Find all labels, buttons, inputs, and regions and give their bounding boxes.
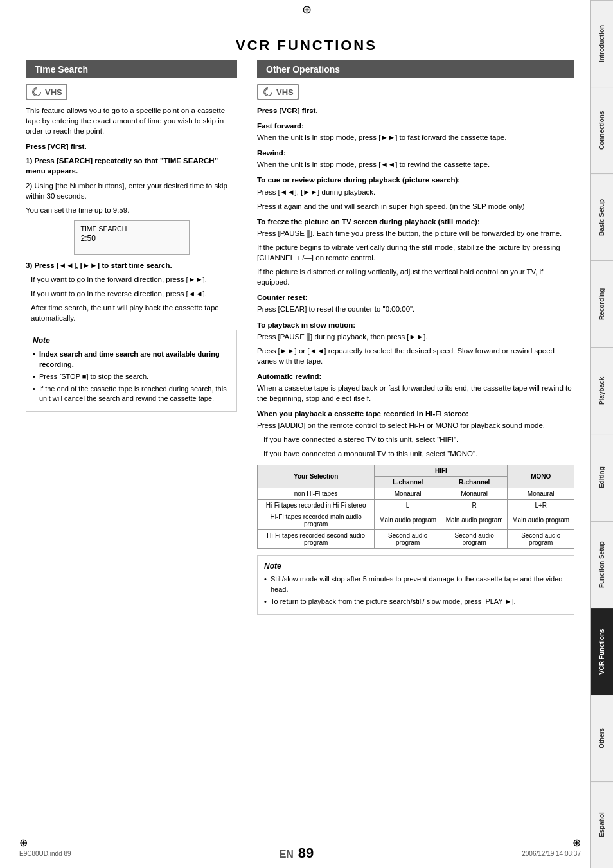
vhs-swirl-icon-right — [262, 86, 274, 98]
counter-text: Press [CLEAR] to reset the counter to "0… — [257, 304, 574, 314]
sidebar-others: Others — [591, 695, 613, 781]
rewind-heading: Rewind: — [257, 148, 574, 158]
sidebar-editing: Editing — [591, 434, 613, 520]
cue-heading: To cue or review picture during playback… — [257, 175, 574, 185]
sidebar-introduction: Introduction — [591, 0, 613, 87]
freeze-heading: To freeze the picture on TV screen durin… — [257, 217, 574, 227]
hifi-bullet2: If you have connected a monaural TV to t… — [257, 448, 574, 459]
note-title-right: Note — [264, 561, 567, 572]
note-right-item-0: Still/slow mode will stop after 5 minute… — [264, 574, 567, 595]
note-box-left: Note Index search and time search are no… — [26, 330, 237, 412]
vhs-logo-left: VHS — [26, 84, 67, 100]
press-vcr-left: Press [VCR] first. — [26, 141, 237, 152]
row1-l: L — [375, 499, 441, 511]
time-search-section: Time Search VHS This feature allows you … — [6, 60, 244, 615]
counter-heading: Counter reset: — [257, 292, 574, 303]
other-operations-header: Other Operations — [257, 60, 574, 78]
note-right-item-1: To return to playback from the picture s… — [264, 597, 567, 607]
step1-sub: 1) Press [SEARCH] repeatedly so that "TI… — [26, 155, 237, 176]
auto-rewind-heading: Automatic rewind: — [257, 371, 574, 382]
step2: 2) Using [the Number buttons], enter you… — [26, 181, 237, 201]
sidebar-vcr-functions: VCR Functions — [591, 608, 613, 695]
row0-r: Monaural — [441, 488, 508, 499]
page-footer: E9C80UD.indd 89 EN 89 2006/12/19 14:03:3… — [19, 845, 581, 862]
note-title-left: Note — [33, 335, 230, 346]
step2-sub: You can set the time up to 9:59. — [26, 205, 237, 215]
table-row: Hi-Fi tapes recorded second audio progra… — [258, 529, 574, 548]
note-item-0: Index search and time search are not ava… — [33, 350, 230, 370]
time-search-box: TIME SEARCH 2:50 — [74, 220, 190, 255]
row1-mono: L+R — [508, 499, 574, 511]
crosshair-bottom-left-icon: ⊕ — [19, 837, 28, 849]
cue-text2: Press it again and the unit will search … — [257, 201, 574, 211]
freeze-text2: If the picture begins to vibrate vertica… — [257, 242, 574, 263]
footer-page-number-group: EN 89 — [280, 845, 314, 862]
page-number: 89 — [298, 845, 314, 861]
rewind-text: When the unit is in stop mode, press [◄◄… — [257, 159, 574, 170]
time-search-header: Time Search — [26, 60, 237, 78]
table-col1-header: Your Selection — [258, 465, 375, 488]
step3: 3) Press [◄◄], [►►] to start time search… — [26, 260, 237, 270]
note-item-1: Press [STOP ■] to stop the search. — [33, 372, 230, 382]
table-rchannel-header: R-channel — [441, 476, 508, 488]
table-mono-header: MONO — [508, 465, 574, 488]
row1-type: Hi-Fi tapes recorded in Hi-Fi stereo — [258, 499, 375, 511]
row2-mono: Main audio program — [508, 511, 574, 529]
footer-right: 2006/12/19 14:03:37 — [522, 850, 581, 857]
note-list-left: Index search and time search are not ava… — [33, 350, 230, 405]
sidebar-connections: Connections — [591, 87, 613, 173]
note-list-right: Still/slow mode will stop after 5 minute… — [264, 574, 567, 607]
row0-l: Monaural — [375, 488, 441, 499]
row2-l: Main audio program — [375, 511, 441, 529]
page-title: VCR FUNCTIONS — [0, 19, 613, 60]
step3b: If you want to go in the reverse directi… — [26, 288, 237, 299]
table-hifi-header: HIFI — [375, 465, 508, 476]
right-sidebar: Introduction Connections Basic Setup Rec… — [590, 0, 613, 868]
row2-r: Main audio program — [441, 511, 508, 529]
sidebar-basic-setup: Basic Setup — [591, 173, 613, 260]
row0-type: non Hi-Fi tapes — [258, 488, 375, 499]
sidebar-recording: Recording — [591, 260, 613, 347]
slow-heading: To playback in slow motion: — [257, 320, 574, 330]
note-item-2: If the end of the cassette tape is reach… — [33, 384, 230, 405]
hifi-text1: Press [AUDIO] on the remote control to s… — [257, 420, 574, 430]
timebox-title: TIME SEARCH — [81, 225, 182, 233]
press-vcr-right: Press [VCR] first. — [257, 105, 574, 116]
table-row: Hi-Fi tapes recorded main audio program … — [258, 511, 574, 529]
row2-type: Hi-Fi tapes recorded main audio program — [258, 511, 375, 529]
vhs-logo-right: VHS — [257, 84, 299, 100]
auto-rewind-text: When a cassette tape is played back or f… — [257, 383, 574, 403]
slow-text1: Press [PAUSE ‖] during playback, then pr… — [257, 332, 574, 342]
table-row: Hi-Fi tapes recorded in Hi-Fi stereo L R… — [258, 499, 574, 511]
sidebar-function-setup: Function Setup — [591, 521, 613, 608]
vhs-label-right: VHS — [276, 87, 294, 97]
row1-r: R — [441, 499, 508, 511]
step3a: If you want to go in the forward directi… — [26, 274, 237, 285]
hifi-heading: When you playback a cassette tape record… — [257, 409, 574, 419]
cue-text1: Press [◄◄], [►►] during playback. — [257, 187, 574, 197]
hifi-bullet1: If you have connected a stereo TV to thi… — [257, 434, 574, 445]
freeze-text1: Press [PAUSE ‖]. Each time you press the… — [257, 228, 574, 238]
fast-forward-heading: Fast forward: — [257, 121, 574, 131]
vhs-label-left: VHS — [45, 87, 62, 97]
row3-type: Hi-Fi tapes recorded second audio progra… — [258, 529, 375, 548]
en-label: EN — [280, 849, 294, 860]
crosshair-bottom-right-icon: ⊕ — [573, 837, 581, 849]
audio-table: Your Selection HIFI MONO L-channel R-cha… — [257, 465, 574, 549]
timebox-value: 2:50 — [81, 234, 182, 243]
sidebar-playback: Playback — [591, 347, 613, 434]
row3-mono: Second audio program — [508, 529, 574, 548]
footer-left: E9C80UD.indd 89 — [19, 850, 71, 857]
freeze-text3: If the picture is distorted or rolling v… — [257, 267, 574, 287]
time-search-intro: This feature allows you to go to a speci… — [26, 105, 237, 136]
table-row: non Hi-Fi tapes Monaural Monaural Monaur… — [258, 488, 574, 499]
fast-forward-text: When the unit is in stop mode, press [►►… — [257, 132, 574, 143]
sidebar-espanol: Español — [591, 781, 613, 868]
row3-l: Second audio program — [375, 529, 441, 548]
crosshair-top-icon: ⊕ — [0, 0, 613, 19]
step3c: After time search, the unit will play ba… — [26, 303, 237, 323]
table-lchannel-header: L-channel — [375, 476, 441, 488]
vhs-swirl-icon — [31, 86, 42, 98]
row3-r: Second audio program — [441, 529, 508, 548]
note-box-right: Note Still/slow mode will stop after 5 m… — [257, 555, 574, 615]
